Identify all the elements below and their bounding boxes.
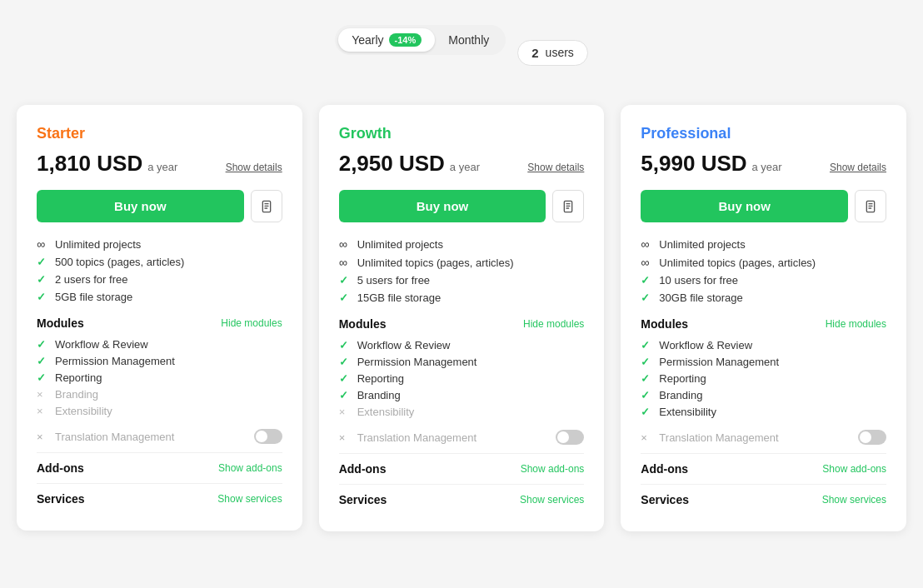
infinity-icon: ∞: [641, 256, 652, 269]
services-row-growth: ServicesShow services: [339, 493, 585, 506]
buy-button-growth[interactable]: Buy now: [339, 190, 546, 222]
feature-text-starter-1: 500 topics (pages, articles): [55, 256, 184, 268]
feature-item-professional-1: ∞Unlimited topics (pages, articles): [641, 256, 886, 269]
modules-title-professional: Modules: [641, 317, 688, 331]
feature-item-growth-1: ∞Unlimited topics (pages, articles): [339, 256, 585, 269]
services-title-professional: Services: [641, 493, 689, 506]
show-details-professional[interactable]: Show details: [830, 162, 886, 173]
feature-text-professional-3: 30GB file storage: [659, 292, 742, 304]
module-cross-icon: ×: [339, 406, 351, 418]
check-icon: ✓: [339, 274, 351, 287]
module-text-starter-2: Reporting: [55, 371, 102, 384]
addons-row-starter: Add-onsShow add-ons: [37, 461, 282, 475]
addons-title-starter: Add-ons: [37, 461, 84, 475]
show-addons-link-professional[interactable]: Show add-ons: [822, 463, 886, 475]
feature-text-growth-3: 15GB file storage: [357, 292, 441, 304]
hide-modules-link-growth[interactable]: Hide modules: [523, 318, 584, 330]
module-item-starter-3: ×Branding: [37, 388, 282, 401]
price-period-starter: a year: [147, 161, 177, 173]
translation-toggle-growth[interactable]: [556, 430, 584, 445]
show-addons-link-growth[interactable]: Show add-ons: [521, 463, 585, 475]
plan-name-growth: Growth: [339, 125, 585, 142]
translation-toggle-starter[interactable]: [254, 429, 282, 444]
check-icon: ✓: [339, 292, 351, 304]
feature-text-starter-2: 2 users for free: [55, 273, 127, 286]
module-check-icon: ✓: [339, 339, 351, 351]
feature-text-growth-2: 5 users for free: [357, 274, 430, 287]
module-text-starter-0: Workflow & Review: [55, 338, 148, 351]
monthly-label: Monthly: [448, 33, 489, 47]
plan-card-growth: Growth2,950 USDa yearShow detailsBuy now…: [319, 105, 605, 531]
feature-item-starter-3: ✓5GB file storage: [37, 291, 282, 303]
invoice-button-professional[interactable]: [855, 190, 886, 222]
buy-button-starter[interactable]: Buy now: [37, 190, 244, 222]
module-check-icon: ✓: [37, 355, 48, 367]
module-item-professional-0: ✓Workflow & Review: [641, 339, 886, 351]
translation-management-row-growth: ×Translation Management: [339, 430, 585, 445]
users-counter[interactable]: 2 users: [517, 40, 588, 66]
module-text-growth-1: Permission Management: [357, 356, 477, 368]
module-item-professional-1: ✓Permission Management: [641, 356, 886, 368]
show-details-growth[interactable]: Show details: [527, 162, 584, 173]
monthly-option[interactable]: Monthly: [435, 28, 502, 52]
price-period-professional: a year: [752, 161, 782, 173]
plans-container: Starter1,810 USDa yearShow detailsBuy no…: [17, 105, 906, 531]
show-addons-link-starter[interactable]: Show add-ons: [218, 462, 282, 474]
module-text-growth-3: Branding: [357, 389, 401, 401]
price-amount-professional: 5,990 USD: [641, 151, 746, 177]
module-check-icon: ✓: [339, 389, 351, 401]
translation-toggle-professional[interactable]: [858, 430, 886, 445]
module-check-icon: ✓: [37, 371, 48, 384]
discount-badge: -14%: [389, 33, 422, 47]
check-icon: ✓: [641, 274, 652, 287]
feature-item-starter-2: ✓2 users for free: [37, 273, 282, 286]
services-title-starter: Services: [37, 492, 85, 506]
features-list-growth: ∞Unlimited projects∞Unlimited topics (pa…: [339, 237, 585, 304]
module-check-icon: ✓: [339, 356, 351, 368]
hide-modules-link-starter[interactable]: Hide modules: [221, 317, 282, 329]
module-check-icon: ✓: [339, 372, 351, 385]
feature-item-starter-0: ∞Unlimited projects: [37, 237, 282, 251]
modules-title-growth: Modules: [339, 317, 387, 331]
buy-button-professional[interactable]: Buy now: [641, 190, 848, 222]
addons-title-growth: Add-ons: [339, 462, 387, 476]
services-row-starter: ServicesShow services: [37, 492, 282, 506]
modules-header-growth: ModulesHide modules: [339, 317, 585, 331]
module-item-professional-4: ✓Extensibility: [641, 406, 886, 418]
invoice-button-starter[interactable]: [251, 190, 282, 222]
buy-row-starter: Buy now: [37, 190, 282, 222]
translation-management-label-professional: Translation Management: [659, 431, 778, 444]
module-text-starter-4: Extensibility: [55, 405, 112, 417]
feature-item-growth-0: ∞Unlimited projects: [339, 237, 585, 251]
module-text-starter-3: Branding: [55, 388, 98, 401]
module-text-starter-1: Permission Management: [55, 355, 175, 367]
feature-text-professional-1: Unlimited topics (pages, articles): [659, 257, 816, 269]
module-list-starter: ✓Workflow & Review✓Permission Management…: [37, 338, 282, 417]
check-icon: ✓: [37, 256, 48, 268]
feature-item-growth-3: ✓15GB file storage: [339, 292, 585, 304]
invoice-button-growth[interactable]: [552, 190, 584, 222]
billing-toggle[interactable]: Yearly -14% Monthly: [335, 25, 506, 55]
feature-item-professional-0: ∞Unlimited projects: [641, 237, 886, 251]
modules-header-starter: ModulesHide modules: [37, 316, 282, 330]
services-title-growth: Services: [339, 493, 387, 506]
show-services-link-starter[interactable]: Show services: [217, 493, 282, 505]
module-cross-icon: ×: [37, 405, 48, 417]
module-check-icon: ✓: [37, 338, 48, 351]
hide-modules-link-professional[interactable]: Hide modules: [826, 318, 886, 330]
translation-management-row-professional: ×Translation Management: [641, 430, 886, 445]
feature-text-professional-0: Unlimited projects: [659, 238, 745, 251]
module-item-starter-2: ✓Reporting: [37, 371, 282, 384]
module-cross-icon: ×: [37, 388, 48, 401]
translation-cross-icon: ×: [641, 431, 652, 444]
price-row-growth: 2,950 USDa yearShow details: [339, 151, 585, 177]
show-services-link-growth[interactable]: Show services: [520, 494, 584, 506]
module-text-growth-2: Reporting: [357, 372, 404, 385]
show-services-link-professional[interactable]: Show services: [822, 494, 886, 506]
module-item-growth-3: ✓Branding: [339, 389, 585, 401]
module-item-growth-0: ✓Workflow & Review: [339, 339, 585, 351]
module-check-icon: ✓: [641, 406, 652, 418]
show-details-starter[interactable]: Show details: [226, 162, 282, 173]
yearly-option[interactable]: Yearly -14%: [338, 28, 435, 52]
price-amount-growth: 2,950 USD: [339, 151, 445, 177]
